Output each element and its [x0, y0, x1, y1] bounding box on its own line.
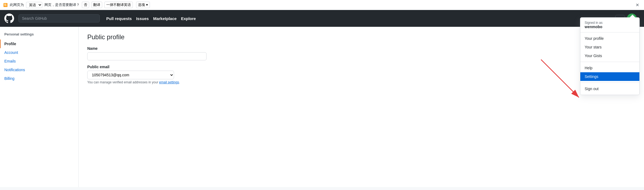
dropdown-settings[interactable]: Settings [580, 72, 639, 81]
no-button[interactable]: 否 [82, 2, 89, 8]
sidebar: Personal settings Profile Account Emails… [0, 27, 79, 187]
nav-pull-requests[interactable]: Pull requests [106, 16, 132, 21]
name-input[interactable] [87, 52, 207, 60]
dropdown-section-3: Sign out [580, 83, 639, 95]
translate-button[interactable]: 翻译 [91, 2, 102, 8]
dropdown-username: wenmobo [585, 25, 635, 29]
email-label: Public email [87, 65, 635, 69]
dropdown-your-profile[interactable]: Your profile [580, 34, 639, 43]
name-field-group: Name [87, 46, 635, 60]
nav-issues[interactable]: Issues [136, 16, 149, 21]
email-settings-link[interactable]: email settings [159, 80, 179, 84]
dropdown-section-2: Help Settings [580, 62, 639, 83]
sidebar-item-account[interactable]: Account [0, 48, 78, 57]
search-input[interactable] [18, 14, 100, 22]
sidebar-item-emails[interactable]: Emails [0, 57, 78, 65]
translate-text1: 此网页为 [10, 2, 24, 7]
translation-bar: 🈶 此网页为 英语 网页，是否需要翻译？ 否 翻译 一律不翻译英语 选项 ▾ ✕ [0, 0, 644, 10]
dropdown-header: Signed in as wenmobo [580, 18, 639, 32]
email-field-group: Public email 1050794513@qq.com You can m… [87, 65, 635, 84]
translate-icon: 🈶 [3, 3, 8, 7]
close-translation-button[interactable]: ✕ [634, 2, 641, 8]
page-content: Public profile Name Public email 1050794… [79, 27, 644, 187]
signed-in-text: Signed in as [585, 21, 635, 25]
never-translate-button[interactable]: 一律不翻译英语 [104, 2, 133, 8]
nav-explore[interactable]: Explore [181, 16, 196, 21]
options-button[interactable]: 选项 ▾ [136, 2, 150, 8]
email-select[interactable]: 1050794513@qq.com [87, 71, 174, 79]
dropdown-section-1: Your profile Your stars Your Gists [580, 32, 639, 62]
user-dropdown-menu: Signed in as wenmobo Your profile Your s… [580, 17, 640, 95]
translate-text2: 网页，是否需要翻译？ [44, 2, 80, 7]
page-title: Public profile [87, 33, 635, 41]
dropdown-your-gists[interactable]: Your Gists [580, 51, 639, 60]
dropdown-sign-out[interactable]: Sign out [580, 84, 639, 93]
sidebar-item-billing[interactable]: Billing [0, 74, 78, 83]
sidebar-item-notifications[interactable]: Notifications [0, 65, 78, 74]
sidebar-title: Personal settings [0, 32, 78, 40]
name-label: Name [87, 46, 635, 51]
sidebar-item-profile[interactable]: Profile [0, 40, 78, 48]
email-hint: You can manage verified email addresses … [87, 80, 635, 84]
dropdown-your-stars[interactable]: Your stars [580, 43, 639, 51]
github-nav: Pull requests Issues Marketplace Explore… [0, 10, 644, 27]
github-logo[interactable] [4, 14, 14, 23]
language-select[interactable]: 英语 [26, 2, 42, 8]
main-layout: Personal settings Profile Account Emails… [0, 27, 644, 187]
nav-links: Pull requests Issues Marketplace Explore [106, 16, 196, 21]
dropdown-help[interactable]: Help [580, 64, 639, 72]
nav-marketplace[interactable]: Marketplace [153, 16, 177, 21]
